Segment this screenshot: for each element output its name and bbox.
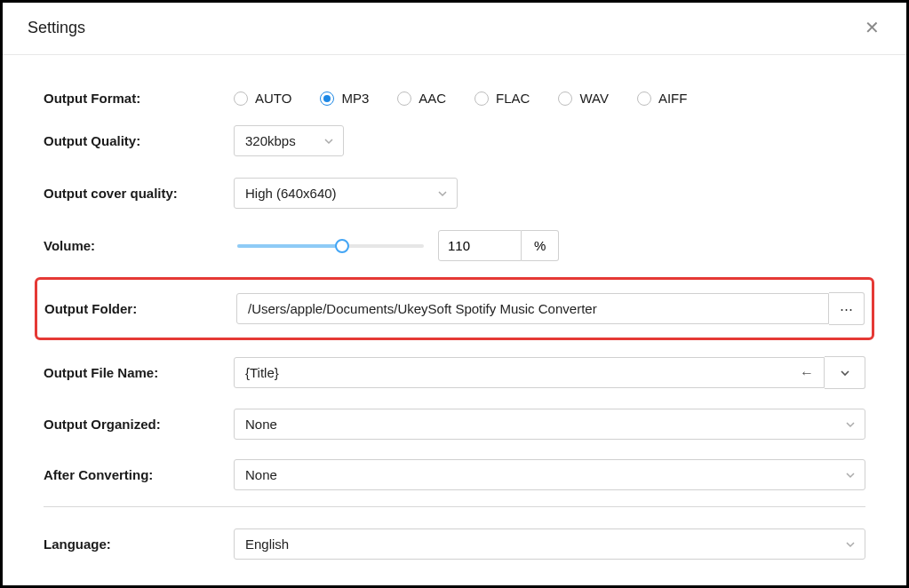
output-file-name-input[interactable] — [234, 357, 825, 388]
radio-circle-icon — [397, 91, 411, 106]
output-cover-quality-value: High (640x640) — [245, 186, 337, 201]
radio-aiff[interactable]: AIFF — [637, 91, 688, 106]
volume-input[interactable] — [438, 230, 522, 261]
dialog-header: Settings ✕ — [3, 3, 906, 55]
radio-label: AAC — [419, 91, 446, 106]
chevron-down-icon — [845, 539, 856, 550]
chevron-down-icon — [840, 368, 850, 378]
label-output-folder: Output Folder: — [44, 301, 236, 316]
output-organized-select[interactable]: None — [234, 409, 865, 440]
output-quality-select[interactable]: 320kbps — [234, 125, 344, 156]
arrow-left-icon: ← — [800, 365, 814, 381]
language-value: English — [245, 536, 289, 552]
slider-thumb[interactable] — [335, 239, 349, 253]
radio-label: MP3 — [341, 91, 369, 106]
radio-label: AUTO — [255, 91, 291, 106]
radio-auto[interactable]: AUTO — [234, 91, 291, 106]
volume-slider[interactable] — [237, 244, 424, 248]
row-output-folder: Output Folder: ⋯ — [35, 277, 874, 340]
radio-label: WAV — [579, 91, 609, 106]
row-volume: Volume: % — [44, 230, 865, 261]
label-output-organized: Output Organized: — [44, 417, 234, 432]
row-output-organized: Output Organized: None — [44, 409, 865, 440]
radio-label: FLAC — [496, 91, 530, 106]
after-converting-value: None — [245, 467, 277, 482]
file-name-dropdown-button[interactable] — [825, 356, 865, 389]
radio-aac[interactable]: AAC — [397, 91, 446, 106]
label-output-cover-quality: Output cover quality: — [44, 186, 234, 201]
radio-wav[interactable]: WAV — [558, 91, 609, 106]
chevron-down-icon — [323, 136, 334, 147]
row-output-cover-quality: Output cover quality: High (640x640) — [44, 178, 865, 209]
volume-unit: % — [522, 230, 559, 261]
radio-flac[interactable]: FLAC — [474, 91, 530, 106]
language-select[interactable]: English — [234, 528, 865, 560]
radio-mp3[interactable]: MP3 — [320, 91, 369, 106]
browse-folder-button[interactable]: ⋯ — [829, 292, 865, 325]
radio-label: AIFF — [658, 91, 688, 106]
row-language: Language: English — [44, 528, 865, 560]
chevron-down-icon — [437, 188, 448, 199]
settings-content: Output Format: AUTOMP3AACFLACWAVAIFF Out… — [3, 55, 906, 588]
label-output-format: Output Format: — [44, 91, 234, 106]
row-output-file-name: Output File Name: ← — [44, 356, 865, 389]
output-folder-input[interactable] — [236, 293, 829, 324]
row-output-quality: Output Quality: 320kbps — [44, 125, 865, 156]
ellipsis-icon: ⋯ — [840, 301, 853, 317]
output-format-radio-group: AUTOMP3AACFLACWAVAIFF — [234, 91, 687, 106]
radio-circle-icon — [234, 91, 248, 106]
slider-fill — [237, 244, 342, 248]
radio-circle-icon — [474, 91, 489, 106]
label-language: Language: — [44, 536, 234, 552]
output-cover-quality-select[interactable]: High (640x640) — [234, 178, 458, 209]
radio-circle-icon — [320, 91, 334, 106]
output-organized-value: None — [245, 417, 277, 432]
label-output-file-name: Output File Name: — [44, 365, 234, 380]
row-output-format: Output Format: AUTOMP3AACFLACWAVAIFF — [44, 91, 865, 106]
row-after-converting: After Converting: None — [44, 459, 865, 490]
chevron-down-icon — [845, 470, 856, 481]
label-volume: Volume: — [44, 238, 234, 253]
radio-circle-icon — [637, 91, 651, 106]
section-divider — [44, 506, 865, 507]
radio-circle-icon — [558, 91, 572, 106]
label-after-converting: After Converting: — [44, 467, 234, 482]
chevron-down-icon — [845, 419, 856, 430]
after-converting-select[interactable]: None — [234, 459, 865, 490]
output-quality-value: 320kbps — [245, 133, 296, 148]
dialog-title: Settings — [28, 19, 85, 37]
label-output-quality: Output Quality: — [44, 133, 234, 148]
close-icon[interactable]: ✕ — [859, 15, 885, 40]
